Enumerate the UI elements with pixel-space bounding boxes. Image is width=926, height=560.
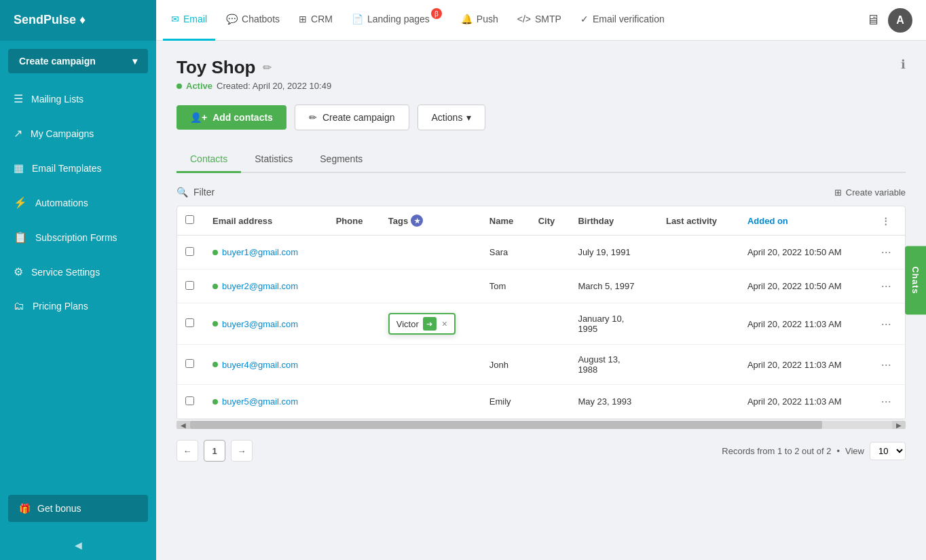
row-actions-icon[interactable]: ··· [881, 317, 891, 331]
nav-landing-pages[interactable]: 📄 Landing pages β [344, 0, 450, 41]
row-4-phone [328, 345, 380, 385]
row-1-checkbox-cell[interactable] [177, 236, 204, 269]
nav-email-verification[interactable]: ✓ Email verification [572, 0, 673, 41]
tab-segments[interactable]: Segments [306, 147, 376, 173]
view-label: View [845, 446, 864, 456]
row-5-actions[interactable]: ··· [873, 385, 905, 419]
phone-column-header: Phone [328, 206, 380, 236]
nav-email[interactable]: ✉ Email [163, 0, 215, 41]
row-4-name: Jonh [481, 345, 530, 385]
nav-push[interactable]: 🔔 Push [453, 0, 506, 41]
select-all-checkbox[interactable] [185, 215, 194, 224]
sidebar-item-pricing-plans[interactable]: 🗂 Pricing Plans [0, 289, 156, 323]
actions-dropdown-button[interactable]: Actions ▾ [418, 105, 486, 130]
row-4-actions[interactable]: ··· [873, 345, 905, 385]
mailing-lists-icon: ☰ [14, 92, 23, 105]
row-2-last-activity [658, 269, 739, 303]
tab-statistics[interactable]: Statistics [241, 147, 306, 173]
prev-page-button[interactable]: ← [177, 440, 198, 462]
add-contacts-button[interactable]: 👤+ Add contacts [177, 105, 286, 130]
create-variable-button[interactable]: ⊞ Create variable [834, 187, 906, 198]
row-3-checkbox-cell[interactable] [177, 303, 204, 345]
row-2-tags [380, 269, 481, 303]
sidebar-item-automations[interactable]: ⚡ Automations [0, 185, 156, 220]
last-activity-column-header: Last activity [658, 206, 739, 236]
content-area: Toy Shop ✏ Active Created: April 20, 202… [156, 41, 926, 560]
row-2-checkbox[interactable] [185, 281, 194, 290]
sidebar-bottom: 🎁 Get bonus ◀ [0, 487, 156, 560]
crm-nav-icon: ⊞ [299, 14, 307, 24]
row-4-last-activity [658, 345, 739, 385]
nav-smtp[interactable]: </> SMTP [509, 0, 570, 41]
victor-tag-label: Victor [396, 319, 419, 329]
scroll-right-arrow[interactable]: ▶ [892, 421, 906, 429]
chats-tab[interactable]: Chats [905, 246, 926, 314]
next-page-button[interactable]: → [231, 440, 253, 462]
row-4-checkbox-cell[interactable] [177, 345, 204, 385]
row-3-birthday: January 10, 1995 [570, 303, 658, 345]
chevron-left-icon: ◀ [75, 540, 82, 550]
contacts-table: Email address Phone Tags ★ Name City Bir… [177, 206, 906, 419]
row-4-tags [380, 345, 481, 385]
avatar[interactable]: A [888, 8, 912, 33]
sidebar-item-service-settings[interactable]: ⚙ Service Settings [0, 255, 156, 289]
sidebar-item-email-templates[interactable]: ▦ Email Templates [0, 151, 156, 185]
row-3-checkbox[interactable] [185, 318, 194, 327]
automations-icon: ⚡ [14, 196, 27, 209]
sidebar-item-subscription-forms[interactable]: 📋 Subscription Forms [0, 220, 156, 255]
get-bonus-button[interactable]: 🎁 Get bonus [8, 495, 148, 522]
row-2-added-on: April 20, 2022 10:50 AM [739, 269, 873, 303]
nav-chatbots[interactable]: 💬 Chatbots [218, 0, 288, 41]
current-page-button[interactable]: 1 [204, 440, 225, 462]
beta-badge: β [431, 8, 442, 19]
view-count-select[interactable]: 10 [870, 442, 906, 460]
filter-area[interactable]: 🔍 Filter [177, 187, 215, 198]
sidebar-item-my-campaigns[interactable]: ↗ My Campaigns [0, 116, 156, 151]
email-status-dot [212, 321, 218, 326]
create-campaign-action-button[interactable]: ✏ Create campaign [295, 105, 409, 130]
sidebar-item-mailing-lists[interactable]: ☰ Mailing Lists [0, 81, 156, 116]
row-3-email: buyer3@gmail.com [204, 303, 328, 345]
tab-contacts[interactable]: Contacts [177, 147, 241, 173]
row-actions-icon[interactable]: ··· [881, 279, 891, 293]
verify-nav-icon: ✓ [580, 14, 589, 24]
row-actions-icon[interactable]: ··· [881, 394, 891, 408]
row-2-name: Tom [481, 269, 530, 303]
info-icon[interactable]: ℹ [901, 57, 906, 72]
scroll-track[interactable] [190, 421, 892, 429]
row-1-email: buyer1@gmail.com [204, 236, 328, 269]
row-2-email: buyer2@gmail.com [204, 269, 328, 303]
row-1-checkbox[interactable] [185, 247, 194, 256]
scroll-left-arrow[interactable]: ◀ [177, 421, 190, 429]
added-on-column-header: Added on [739, 206, 873, 236]
nav-crm[interactable]: ⊞ CRM [291, 0, 341, 41]
logo[interactable]: SendPulse ♦ [0, 0, 156, 41]
row-actions-icon[interactable]: ··· [881, 245, 891, 259]
pagination-row: ← 1 → Records from 1 to 2 out of 2 • Vie… [177, 440, 906, 462]
monitor-icon[interactable]: 🖥 [866, 12, 880, 28]
page-title: Toy Shop [177, 57, 256, 78]
column-more-icon[interactable]: ⋮ [881, 216, 890, 226]
row-1-actions[interactable]: ··· [873, 236, 905, 269]
edit-title-icon[interactable]: ✏ [263, 61, 272, 74]
select-all-header[interactable] [177, 206, 204, 236]
sidebar-collapse-button[interactable]: ◀ [0, 530, 156, 560]
add-contacts-icon: 👤+ [190, 112, 207, 123]
horizontal-scrollbar[interactable]: ◀ ▶ [177, 421, 906, 429]
row-5-checkbox[interactable] [185, 396, 194, 405]
row-3-phone [328, 303, 380, 345]
name-column-header: Name [481, 206, 530, 236]
row-3-actions[interactable]: ··· [873, 303, 905, 345]
row-2-city [530, 269, 570, 303]
row-4-checkbox[interactable] [185, 359, 194, 368]
row-5-checkbox-cell[interactable] [177, 385, 204, 419]
chatbots-nav-icon: 💬 [226, 14, 238, 24]
create-campaign-button[interactable]: Create campaign ▾ [8, 49, 148, 73]
row-3-tags: Victor ➜ × [380, 303, 481, 345]
row-actions-icon[interactable]: ··· [881, 358, 891, 371]
tag-close-button[interactable]: × [442, 318, 447, 329]
table-header-row: Email address Phone Tags ★ Name City Bir… [177, 206, 905, 236]
row-1-city [530, 236, 570, 269]
row-2-actions[interactable]: ··· [873, 269, 905, 303]
row-2-checkbox-cell[interactable] [177, 269, 204, 303]
